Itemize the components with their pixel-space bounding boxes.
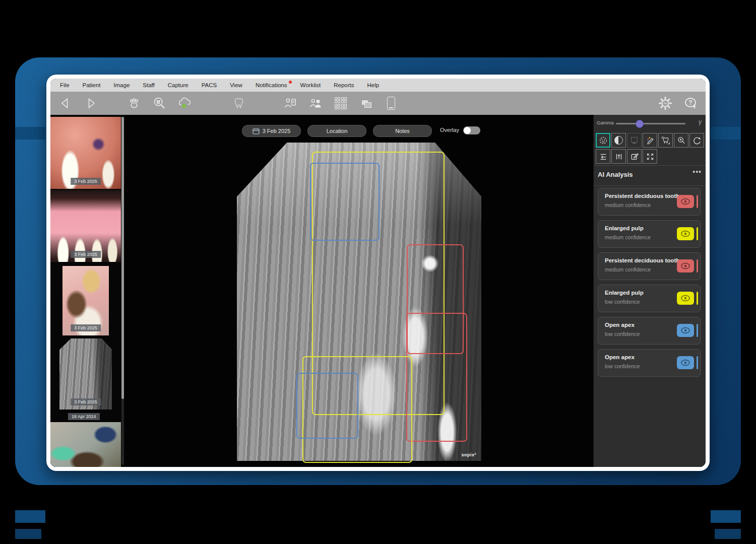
ai-finding[interactable]: Enlarged pulp medium confidence bbox=[598, 220, 701, 248]
menu-item-view[interactable]: View bbox=[223, 79, 249, 92]
gamma-label: Gamma bbox=[597, 120, 614, 125]
thumbnail-patient-photo[interactable]: 3 Feb 2025 bbox=[62, 266, 109, 335]
finding-title: Enlarged pulp bbox=[605, 290, 644, 296]
thumbnail-sidebar: 3 Feb 2025 3 Feb 2025 3 Feb 2025 3 Feb 2… bbox=[50, 115, 124, 467]
finding-visibility-button[interactable] bbox=[677, 324, 694, 337]
menu-item-pacs[interactable]: PACS bbox=[195, 79, 223, 92]
zoom-tool[interactable] bbox=[674, 133, 688, 148]
bezel-notch bbox=[711, 127, 741, 140]
bezel-notch bbox=[715, 529, 741, 539]
ai-finding[interactable]: Open apex low confidence bbox=[598, 317, 701, 345]
finding-visibility-button[interactable] bbox=[677, 259, 694, 273]
overlay-label: Overlay bbox=[440, 127, 459, 133]
menu-item-capture[interactable]: Capture bbox=[161, 79, 195, 92]
gallery-button[interactable] bbox=[358, 95, 374, 111]
forward-button[interactable] bbox=[83, 95, 99, 111]
ai-analysis-header: AI Analysis ••• bbox=[594, 165, 706, 183]
ai-finding[interactable]: Persistent deciduous tooth medium confid… bbox=[598, 188, 701, 216]
thumbnail-date: 18 Apr 2024 bbox=[68, 413, 100, 420]
contrast-icon bbox=[614, 136, 623, 145]
sensor-watermark: sopix² bbox=[461, 452, 476, 457]
finding-color-bar bbox=[697, 356, 698, 369]
menu-item-notifications[interactable]: Notifications bbox=[249, 79, 294, 92]
eye-icon bbox=[680, 327, 690, 334]
menu-item-reports[interactable]: Reports bbox=[327, 79, 360, 92]
thumbnail-procedure-photo[interactable] bbox=[50, 422, 121, 467]
finding-color-bar bbox=[697, 227, 698, 240]
finding-confidence: medium confidence bbox=[605, 266, 651, 273]
back-button[interactable] bbox=[57, 95, 74, 111]
marketing-canvas: File Patient Image Staff bbox=[0, 0, 756, 544]
finding-visibility-button[interactable] bbox=[677, 292, 694, 305]
thumbnail-date: 3 Feb 2025 bbox=[71, 398, 101, 405]
panel-menu-button[interactable]: ••• bbox=[692, 168, 702, 176]
finding-visibility-button[interactable] bbox=[677, 195, 694, 208]
crop-tool[interactable] bbox=[627, 133, 642, 148]
eye-icon bbox=[680, 230, 690, 237]
date-button[interactable]: 3 Feb 2025 bbox=[242, 125, 301, 137]
bezel-notch bbox=[15, 127, 45, 140]
finding-confidence: low confidence bbox=[605, 331, 640, 337]
sidebar-scrollbar[interactable] bbox=[121, 117, 124, 465]
eye-icon bbox=[680, 262, 690, 269]
gamma-slider-thumb[interactable] bbox=[636, 120, 644, 128]
ai-overlay-tool[interactable] bbox=[596, 133, 610, 148]
finding-title: Persistent deciduous tooth bbox=[605, 257, 679, 263]
collapse-panel-tool[interactable] bbox=[596, 149, 610, 164]
annotate-draw-tool[interactable] bbox=[643, 133, 657, 148]
finding-visibility-button[interactable] bbox=[677, 356, 694, 369]
tooth-detect-tool[interactable] bbox=[658, 133, 673, 148]
search-patient-button[interactable] bbox=[151, 95, 167, 111]
gamma-slider[interactable] bbox=[616, 123, 685, 124]
cloud-add-button[interactable] bbox=[176, 95, 193, 111]
edit-note-tool[interactable] bbox=[627, 149, 642, 164]
thumbnail-xray[interactable]: 3 Feb 2025 bbox=[59, 338, 112, 410]
menu-item-file[interactable]: File bbox=[53, 79, 76, 92]
finding-color-bar bbox=[697, 292, 698, 305]
ai-finding[interactable]: Open apex low confidence bbox=[598, 349, 701, 377]
staff-people-button[interactable] bbox=[307, 95, 324, 111]
menu-item-patient[interactable]: Patient bbox=[76, 79, 107, 92]
finding-visibility-button[interactable] bbox=[677, 227, 694, 240]
menu-item-worklist[interactable]: Worklist bbox=[294, 79, 328, 92]
location-button[interactable]: Location bbox=[307, 125, 366, 137]
thumbnail-intraoral-photo[interactable]: 3 Feb 2025 bbox=[50, 190, 121, 262]
finding-title: Enlarged pulp bbox=[605, 225, 644, 231]
panel-title: AI Analysis bbox=[598, 171, 633, 178]
image-tools-row-1 bbox=[596, 133, 704, 148]
contrast-tool[interactable] bbox=[611, 133, 626, 148]
eye-icon bbox=[680, 198, 690, 205]
app-window: File Patient Image Staff bbox=[46, 75, 710, 471]
patient-record-button[interactable] bbox=[282, 95, 298, 111]
paw-patient-button[interactable] bbox=[126, 95, 142, 111]
fullscreen-tool[interactable] bbox=[643, 149, 657, 164]
bezel-notch bbox=[15, 510, 45, 523]
xray-image[interactable]: sopix² bbox=[237, 143, 481, 461]
overlay-toggle[interactable] bbox=[463, 126, 480, 134]
image-tools-row-2 bbox=[596, 149, 657, 164]
ai-finding[interactable]: Enlarged pulp low confidence bbox=[598, 285, 701, 312]
thumbnail-intraoral-photo[interactable]: 3 Feb 2025 bbox=[50, 117, 121, 189]
finding-confidence: medium confidence bbox=[605, 202, 651, 208]
finding-title: Open apex bbox=[605, 354, 635, 360]
notification-dot bbox=[289, 81, 292, 84]
finding-color-bar bbox=[697, 195, 698, 208]
settings-gear-button[interactable] bbox=[657, 95, 673, 111]
menu-item-help[interactable]: Help bbox=[360, 79, 386, 92]
finding-title: Persistent deciduous tooth bbox=[605, 193, 679, 199]
eye-icon bbox=[680, 295, 690, 302]
help-button[interactable]: ? bbox=[682, 95, 699, 111]
gamma-symbol: γ bbox=[699, 118, 702, 125]
main-toolbar: ? bbox=[50, 92, 706, 115]
levels-tool[interactable] bbox=[611, 149, 626, 164]
layout-grid-button[interactable] bbox=[333, 95, 349, 111]
tooth-chart-button[interactable] bbox=[231, 95, 247, 111]
ai-finding[interactable]: Persistent deciduous tooth medium confid… bbox=[598, 252, 701, 280]
menu-item-image[interactable]: Image bbox=[107, 79, 136, 92]
finding-color-bar bbox=[697, 259, 698, 273]
rotate-tool[interactable] bbox=[689, 133, 704, 148]
menu-item-staff[interactable]: Staff bbox=[136, 79, 161, 92]
bezel-notch bbox=[711, 510, 741, 523]
mobile-device-button[interactable] bbox=[383, 95, 399, 111]
notes-button[interactable]: Notes bbox=[373, 125, 432, 137]
